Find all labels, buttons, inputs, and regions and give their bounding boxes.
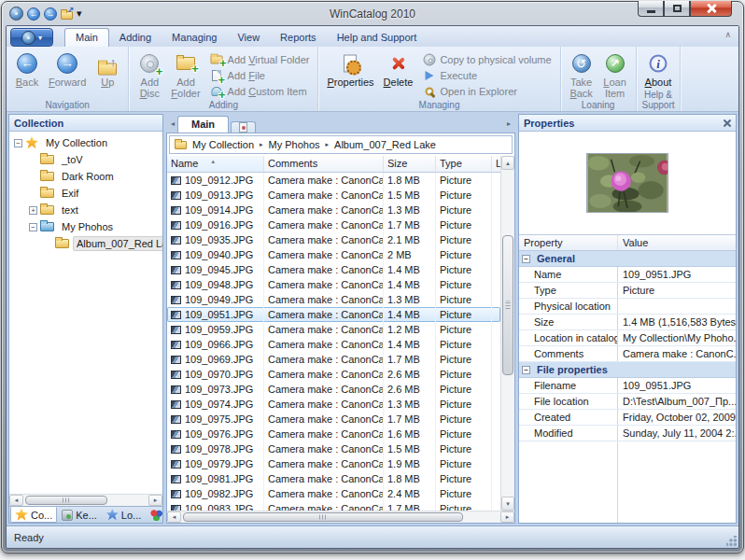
tab-main[interactable]: Main — [64, 28, 109, 47]
scroll-left-icon[interactable]: ◂ — [167, 511, 181, 523]
property-row[interactable]: ModifiedSunday, July 11, 2004 2:... — [519, 426, 736, 441]
collapse-icon[interactable]: − — [14, 139, 22, 147]
delete-button[interactable]: Delete — [379, 49, 418, 99]
execute-button[interactable]: Execute — [417, 68, 555, 84]
panel-tab-contacts[interactable]: Co... — [146, 507, 163, 523]
table-row[interactable]: 109_0973.JPGCamera make : CanonCa...2.6 … — [167, 382, 500, 397]
tab-managing[interactable]: Managing — [162, 29, 227, 47]
property-row[interactable]: TypePicture — [519, 283, 736, 299]
scroll-down-icon[interactable]: ▾ — [501, 497, 514, 511]
properties-button[interactable]: Properties — [322, 49, 378, 99]
table-row[interactable]: 109_0974.JPGCamera make : CanonCa...1.3 … — [167, 397, 500, 412]
property-row[interactable]: File locationD:\Test\Album_007_Пр... — [519, 394, 736, 410]
back-button[interactable]: ←Back — [10, 49, 44, 99]
property-row[interactable]: Name109_0951.JPG — [519, 267, 736, 283]
property-row[interactable]: Size1.4 MB (1,516,583 Bytes) — [519, 315, 736, 330]
table-row[interactable]: 109_0914.JPGCamera make : CanonCa...1.3 … — [167, 203, 500, 217]
add-custom-item-button[interactable]: Add Custom Item — [205, 83, 315, 99]
table-row[interactable]: 109_0959.JPGCamera make : CanonCa...1.2 … — [167, 322, 500, 337]
table-row[interactable]: 109_0916.JPGCamera make : CanonCa...1.7 … — [167, 217, 500, 232]
breadcrumb-item-my-phohos[interactable]: My Phohos — [269, 139, 320, 150]
panel-tab-keywords[interactable]: Ke... — [57, 507, 102, 523]
column-header-comments[interactable]: Comments — [264, 156, 384, 172]
column-header-size[interactable]: Size — [384, 156, 436, 172]
table-row[interactable]: 109_0912.JPGCamera make : CanonCa...1.8 … — [167, 173, 500, 188]
property-row[interactable]: Filename109_0951.JPG — [519, 378, 736, 394]
tab-adding[interactable]: Adding — [109, 29, 162, 47]
property-grid-column-value[interactable]: Value — [618, 235, 736, 250]
table-row[interactable]: 109_0981.JPGCamera make : CanonCa...1.8 … — [167, 471, 500, 486]
scroll-up-icon[interactable]: ▴ — [501, 156, 514, 170]
property-row[interactable]: Physical location — [519, 299, 736, 315]
tab-scroll-right-icon[interactable]: ▸ — [504, 119, 513, 128]
close-button[interactable] — [690, 1, 732, 17]
table-row[interactable]: 109_0913.JPGCamera make : CanonCa...1.5 … — [167, 188, 500, 203]
table-row[interactable]: 109_0975.JPGCamera make : CanonCa...1.7 … — [167, 412, 500, 427]
collapse-icon[interactable]: − — [522, 255, 530, 263]
tab-reports[interactable]: Reports — [270, 29, 327, 47]
table-row[interactable]: 109_0976.JPGCamera make : CanonCa...1.6 … — [167, 427, 500, 441]
property-row[interactable]: CommentsCamera make : CanonC... — [519, 346, 736, 362]
table-row[interactable]: 109_0979.JPGCamera make : CanonCa...1.9 … — [167, 456, 500, 471]
column-header-type[interactable]: Type — [436, 156, 492, 172]
collapse-icon[interactable]: − — [522, 366, 530, 374]
tab-help-and-support[interactable]: Help and Support — [327, 29, 428, 47]
table-row[interactable]: 109_0935.JPGCamera make : CanonCa...2.1 … — [167, 232, 500, 247]
collapse-ribbon-icon[interactable]: ∧ — [724, 30, 731, 39]
table-row[interactable]: 109_0945.JPGCamera make : CanonCa...1.4 … — [167, 262, 500, 277]
resize-grip[interactable] — [726, 536, 737, 546]
table-row[interactable]: 109_0970.JPGCamera make : CanonCa...2.6 … — [167, 367, 500, 382]
maximize-button[interactable] — [664, 1, 690, 17]
scroll-left-icon[interactable]: ◂ — [9, 495, 23, 506]
breadcrumb-item-album-007-red-lake[interactable]: Album_007_Red Lake — [334, 139, 436, 150]
column-header-l[interactable]: L — [492, 156, 500, 172]
property-row[interactable]: CreatedFriday, October 02, 2009... — [519, 410, 736, 426]
document-tab-main[interactable]: Main — [177, 116, 229, 133]
document-tab-search[interactable] — [231, 121, 256, 133]
tree-horizontal-scrollbar[interactable]: ◂ ▸ — [9, 494, 162, 506]
table-vertical-scrollbar[interactable]: ▴ ▾ — [500, 156, 514, 511]
table-row[interactable]: 109_0969.JPGCamera make : CanonCa...1.7 … — [167, 352, 500, 367]
scrollbar-thumb[interactable] — [183, 512, 463, 522]
tree-item-text[interactable]: +text — [9, 202, 162, 218]
table-horizontal-scrollbar[interactable]: ◂ ▸ — [167, 511, 514, 523]
copy-to-physical-volume-button[interactable]: Copy to physical volume — [417, 52, 555, 68]
breadcrumb-item-my-collection[interactable]: My Collection — [192, 139, 254, 150]
close-panel-icon[interactable] — [723, 119, 732, 128]
add-virtual-folder-button[interactable]: Add Virtual Folder — [205, 52, 315, 68]
table-row[interactable]: 109_0966.JPGCamera make : CanonCa...1.4 … — [167, 337, 500, 352]
tree-item-album-007-red-lake[interactable]: Album_007_Red Lake — [9, 235, 162, 252]
tree-item-dark-room[interactable]: Dark Room — [9, 168, 162, 185]
forward-button[interactable]: →Forward — [44, 49, 91, 99]
scroll-right-icon[interactable]: ▸ — [500, 511, 514, 523]
tree-item-tov[interactable]: _toV — [9, 151, 162, 168]
property-group-general[interactable]: −General — [519, 251, 736, 267]
tab-view[interactable]: View — [227, 29, 270, 47]
scrollbar-thumb[interactable] — [502, 235, 513, 375]
open-in-explorer-button[interactable]: Open in Explorer — [417, 83, 555, 99]
add-folder-button[interactable]: AddFolder — [166, 49, 204, 99]
tree-item-my-phohos[interactable]: −My Phohos — [9, 218, 162, 235]
scroll-right-icon[interactable]: ▸ — [148, 495, 162, 506]
table-row[interactable]: 109_0983.JPGCamera make : CanonCa...1.7 … — [167, 501, 500, 511]
collapse-icon[interactable]: − — [29, 223, 37, 231]
column-header-name[interactable]: Name▲ — [167, 156, 264, 172]
panel-tab-loans-star[interactable]: Lo... — [102, 507, 146, 523]
property-grid-column-property[interactable]: Property — [519, 235, 618, 250]
tree-item-exif[interactable]: Exif — [9, 185, 162, 202]
property-group-file-properties[interactable]: −File properties — [519, 362, 736, 378]
application-menu-button[interactable]: ▾ — [10, 28, 53, 47]
scrollbar-thumb[interactable] — [25, 496, 107, 505]
table-row[interactable]: 109_0940.JPGCamera make : CanonCa...2 MB… — [167, 247, 500, 262]
add-disc-button[interactable]: AddDisc — [133, 49, 166, 99]
table-row[interactable]: 109_0949.JPGCamera make : CanonCa...1.3 … — [167, 292, 500, 307]
tab-scroll-left-icon[interactable]: ◂ — [168, 119, 177, 128]
minimize-button[interactable] — [638, 1, 664, 17]
add-file-button[interactable]: Add File — [205, 68, 315, 84]
up-button[interactable]: Up — [91, 49, 124, 99]
table-row[interactable]: 109_0978.JPGCamera make : CanonCa...1.5 … — [167, 441, 500, 456]
property-row[interactable]: Location in catalogMy Collection\My Phoh… — [519, 330, 736, 346]
table-row[interactable]: 109_0951.JPGCamera make : CanonCa...1.4 … — [167, 307, 500, 322]
loan-item-button[interactable]: ↗LoanItem — [598, 49, 632, 99]
panel-tab-collection-star[interactable]: Co... — [10, 507, 57, 523]
